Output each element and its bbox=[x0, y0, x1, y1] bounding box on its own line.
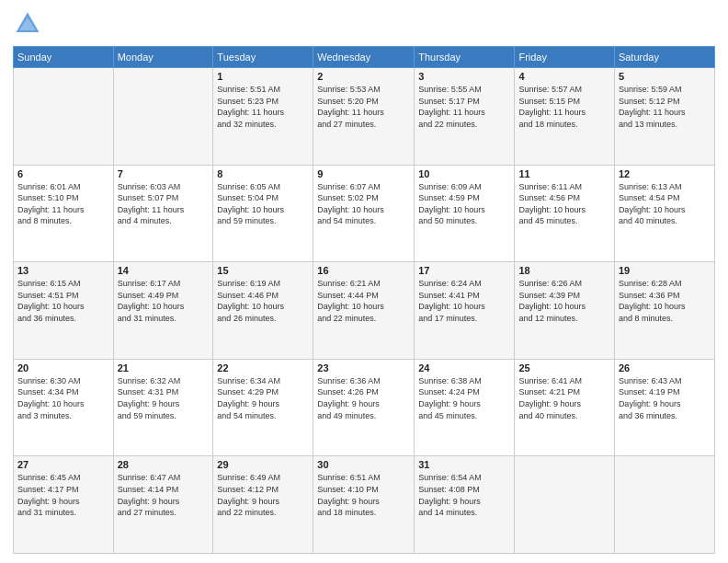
day-info: Sunrise: 5:55 AM Sunset: 5:17 PM Dayligh… bbox=[418, 84, 510, 130]
day-number: 13 bbox=[17, 265, 109, 276]
day-number: 6 bbox=[17, 168, 109, 179]
day-info: Sunrise: 6:45 AM Sunset: 4:17 PM Dayligh… bbox=[17, 472, 109, 518]
day-cell: 7Sunrise: 6:03 AM Sunset: 5:07 PM Daylig… bbox=[113, 165, 213, 262]
weekday-header-thursday: Thursday bbox=[415, 47, 515, 68]
calendar-page: SundayMondayTuesdayWednesdayThursdayFrid… bbox=[0, 0, 728, 563]
day-cell: 4Sunrise: 5:57 AM Sunset: 5:15 PM Daylig… bbox=[515, 68, 614, 166]
day-cell: 8Sunrise: 6:05 AM Sunset: 5:04 PM Daylig… bbox=[213, 165, 313, 262]
day-number: 9 bbox=[317, 168, 410, 179]
day-cell: 10Sunrise: 6:09 AM Sunset: 4:59 PM Dayli… bbox=[415, 165, 515, 262]
day-number: 16 bbox=[317, 265, 410, 276]
day-number: 19 bbox=[619, 265, 711, 276]
day-cell: 24Sunrise: 6:38 AM Sunset: 4:24 PM Dayli… bbox=[415, 359, 515, 456]
week-row-3: 13Sunrise: 6:15 AM Sunset: 4:51 PM Dayli… bbox=[14, 262, 715, 360]
day-number: 7 bbox=[118, 168, 210, 179]
day-cell bbox=[515, 456, 614, 554]
day-cell: 28Sunrise: 6:47 AM Sunset: 4:14 PM Dayli… bbox=[113, 456, 213, 554]
day-info: Sunrise: 6:30 AM Sunset: 4:34 PM Dayligh… bbox=[17, 375, 109, 421]
weekday-header-saturday: Saturday bbox=[614, 47, 714, 68]
day-number: 10 bbox=[418, 168, 510, 179]
day-number: 18 bbox=[518, 265, 609, 276]
day-number: 17 bbox=[418, 265, 510, 276]
day-cell: 13Sunrise: 6:15 AM Sunset: 4:51 PM Dayli… bbox=[14, 262, 114, 360]
weekday-header-friday: Friday bbox=[515, 47, 614, 68]
day-number: 3 bbox=[418, 71, 510, 82]
day-info: Sunrise: 5:53 AM Sunset: 5:20 PM Dayligh… bbox=[317, 84, 410, 130]
day-info: Sunrise: 5:59 AM Sunset: 5:12 PM Dayligh… bbox=[619, 84, 711, 130]
day-cell bbox=[614, 456, 714, 554]
weekday-header-row: SundayMondayTuesdayWednesdayThursdayFrid… bbox=[14, 47, 715, 68]
day-info: Sunrise: 6:19 AM Sunset: 4:46 PM Dayligh… bbox=[217, 278, 309, 324]
day-number: 20 bbox=[17, 362, 109, 373]
day-info: Sunrise: 6:34 AM Sunset: 4:29 PM Dayligh… bbox=[217, 375, 309, 421]
day-info: Sunrise: 6:54 AM Sunset: 4:08 PM Dayligh… bbox=[418, 472, 510, 518]
day-info: Sunrise: 6:43 AM Sunset: 4:19 PM Dayligh… bbox=[619, 375, 711, 421]
day-number: 11 bbox=[518, 168, 609, 179]
day-number: 26 bbox=[619, 362, 711, 373]
week-row-2: 6Sunrise: 6:01 AM Sunset: 5:10 PM Daylig… bbox=[14, 165, 715, 262]
day-info: Sunrise: 6:26 AM Sunset: 4:39 PM Dayligh… bbox=[518, 278, 609, 324]
day-info: Sunrise: 6:11 AM Sunset: 4:56 PM Dayligh… bbox=[518, 181, 609, 227]
day-info: Sunrise: 6:01 AM Sunset: 5:10 PM Dayligh… bbox=[17, 181, 109, 227]
day-number: 2 bbox=[317, 71, 410, 82]
day-cell: 27Sunrise: 6:45 AM Sunset: 4:17 PM Dayli… bbox=[14, 456, 114, 554]
day-info: Sunrise: 6:47 AM Sunset: 4:14 PM Dayligh… bbox=[118, 472, 210, 518]
day-cell: 5Sunrise: 5:59 AM Sunset: 5:12 PM Daylig… bbox=[614, 68, 714, 166]
day-cell bbox=[113, 68, 213, 166]
day-info: Sunrise: 6:05 AM Sunset: 5:04 PM Dayligh… bbox=[217, 181, 309, 227]
day-cell: 22Sunrise: 6:34 AM Sunset: 4:29 PM Dayli… bbox=[213, 359, 313, 456]
day-number: 28 bbox=[118, 459, 210, 470]
weekday-header-tuesday: Tuesday bbox=[213, 47, 313, 68]
day-cell: 3Sunrise: 5:55 AM Sunset: 5:17 PM Daylig… bbox=[415, 68, 515, 166]
day-info: Sunrise: 6:07 AM Sunset: 5:02 PM Dayligh… bbox=[317, 181, 410, 227]
day-cell: 25Sunrise: 6:41 AM Sunset: 4:21 PM Dayli… bbox=[515, 359, 614, 456]
day-cell: 20Sunrise: 6:30 AM Sunset: 4:34 PM Dayli… bbox=[14, 359, 114, 456]
day-info: Sunrise: 6:32 AM Sunset: 4:31 PM Dayligh… bbox=[118, 375, 210, 421]
day-number: 23 bbox=[317, 362, 410, 373]
day-number: 29 bbox=[217, 459, 309, 470]
day-cell: 17Sunrise: 6:24 AM Sunset: 4:41 PM Dayli… bbox=[415, 262, 515, 360]
day-number: 4 bbox=[518, 71, 609, 82]
day-cell: 14Sunrise: 6:17 AM Sunset: 4:49 PM Dayli… bbox=[113, 262, 213, 360]
week-row-4: 20Sunrise: 6:30 AM Sunset: 4:34 PM Dayli… bbox=[14, 359, 715, 456]
day-info: Sunrise: 6:36 AM Sunset: 4:26 PM Dayligh… bbox=[317, 375, 410, 421]
day-cell: 18Sunrise: 6:26 AM Sunset: 4:39 PM Dayli… bbox=[515, 262, 614, 360]
day-cell: 21Sunrise: 6:32 AM Sunset: 4:31 PM Dayli… bbox=[113, 359, 213, 456]
day-cell: 23Sunrise: 6:36 AM Sunset: 4:26 PM Dayli… bbox=[313, 359, 415, 456]
day-number: 22 bbox=[217, 362, 309, 373]
day-info: Sunrise: 6:15 AM Sunset: 4:51 PM Dayligh… bbox=[17, 278, 109, 324]
day-cell: 29Sunrise: 6:49 AM Sunset: 4:12 PM Dayli… bbox=[213, 456, 313, 554]
day-info: Sunrise: 6:09 AM Sunset: 4:59 PM Dayligh… bbox=[418, 181, 510, 227]
day-number: 24 bbox=[418, 362, 510, 373]
calendar-table: SundayMondayTuesdayWednesdayThursdayFrid… bbox=[13, 46, 715, 554]
day-number: 27 bbox=[17, 459, 109, 470]
logo-icon bbox=[13, 9, 42, 39]
day-info: Sunrise: 6:41 AM Sunset: 4:21 PM Dayligh… bbox=[518, 375, 609, 421]
day-cell: 15Sunrise: 6:19 AM Sunset: 4:46 PM Dayli… bbox=[213, 262, 313, 360]
day-number: 8 bbox=[217, 168, 309, 179]
header bbox=[13, 9, 715, 39]
day-cell: 19Sunrise: 6:28 AM Sunset: 4:36 PM Dayli… bbox=[614, 262, 714, 360]
day-info: Sunrise: 6:38 AM Sunset: 4:24 PM Dayligh… bbox=[418, 375, 510, 421]
logo bbox=[13, 9, 46, 39]
weekday-header-monday: Monday bbox=[113, 47, 213, 68]
day-info: Sunrise: 6:28 AM Sunset: 4:36 PM Dayligh… bbox=[619, 278, 711, 324]
day-cell: 26Sunrise: 6:43 AM Sunset: 4:19 PM Dayli… bbox=[614, 359, 714, 456]
day-cell: 16Sunrise: 6:21 AM Sunset: 4:44 PM Dayli… bbox=[313, 262, 415, 360]
day-cell bbox=[14, 68, 114, 166]
day-number: 15 bbox=[217, 265, 309, 276]
day-cell: 30Sunrise: 6:51 AM Sunset: 4:10 PM Dayli… bbox=[313, 456, 415, 554]
day-cell: 31Sunrise: 6:54 AM Sunset: 4:08 PM Dayli… bbox=[415, 456, 515, 554]
day-info: Sunrise: 6:17 AM Sunset: 4:49 PM Dayligh… bbox=[118, 278, 210, 324]
weekday-header-sunday: Sunday bbox=[14, 47, 114, 68]
day-cell: 1Sunrise: 5:51 AM Sunset: 5:23 PM Daylig… bbox=[213, 68, 313, 166]
day-info: Sunrise: 5:57 AM Sunset: 5:15 PM Dayligh… bbox=[518, 84, 609, 130]
day-number: 21 bbox=[118, 362, 210, 373]
day-number: 14 bbox=[118, 265, 210, 276]
week-row-5: 27Sunrise: 6:45 AM Sunset: 4:17 PM Dayli… bbox=[14, 456, 715, 554]
day-cell: 9Sunrise: 6:07 AM Sunset: 5:02 PM Daylig… bbox=[313, 165, 415, 262]
day-cell: 12Sunrise: 6:13 AM Sunset: 4:54 PM Dayli… bbox=[614, 165, 714, 262]
day-number: 31 bbox=[418, 459, 510, 470]
day-info: Sunrise: 6:03 AM Sunset: 5:07 PM Dayligh… bbox=[118, 181, 210, 227]
day-cell: 6Sunrise: 6:01 AM Sunset: 5:10 PM Daylig… bbox=[14, 165, 114, 262]
